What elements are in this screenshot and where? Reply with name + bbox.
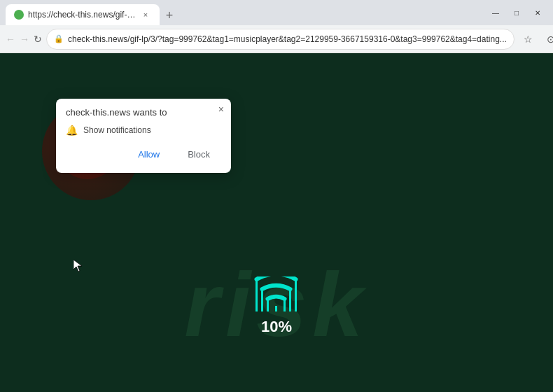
- account-icon[interactable]: ⊙: [541, 29, 553, 49]
- tab-favicon: [14, 10, 24, 20]
- notification-label: Show notifications: [83, 125, 151, 135]
- loading-container: 10%: [254, 276, 300, 336]
- bookmark-star-icon[interactable]: ☆: [519, 29, 538, 49]
- minimize-button[interactable]: —: [486, 3, 505, 22]
- dialog-title: check-this.news wants to: [66, 107, 221, 118]
- browser-tab[interactable]: https://check-this.news/gif-lp/3/ ×: [6, 4, 160, 25]
- forward-button[interactable]: →: [20, 29, 29, 49]
- lock-icon: 🔒: [54, 34, 64, 43]
- maximize-button[interactable]: □: [507, 3, 526, 22]
- window-controls: — □ ✕: [486, 3, 547, 22]
- loading-fan-icon: [254, 276, 300, 315]
- close-button[interactable]: ✕: [528, 3, 547, 22]
- back-button[interactable]: ←: [6, 29, 15, 49]
- svg-marker-7: [74, 260, 82, 272]
- address-bar: ← → ↻ 🔒 check-this.news/gif-lp/3/?tag=99…: [0, 25, 553, 53]
- title-bar: https://check-this.news/gif-lp/3/ × + — …: [0, 0, 553, 25]
- bell-icon: 🔔: [66, 125, 78, 136]
- allow-button[interactable]: Allow: [127, 146, 171, 163]
- tab-title: https://check-this.news/gif-lp/3/: [28, 10, 136, 20]
- back-icon: ←: [6, 34, 15, 45]
- reload-button[interactable]: ↻: [34, 29, 42, 49]
- forward-icon: →: [20, 34, 29, 45]
- browser-window: https://check-this.news/gif-lp/3/ × + — …: [0, 0, 553, 392]
- dialog-buttons: Allow Block: [66, 146, 221, 163]
- new-tab-button[interactable]: +: [160, 6, 179, 25]
- loading-percentage: 10%: [261, 318, 292, 336]
- notification-row: 🔔 Show notifications: [66, 125, 221, 136]
- tab-close-button[interactable]: ×: [140, 9, 151, 20]
- url-bar[interactable]: 🔒 check-this.news/gif-lp/3/?tag=999762&t…: [46, 29, 514, 50]
- url-text: check-this.news/gif-lp/3/?tag=999762&tag…: [68, 34, 507, 44]
- notification-dialog: × check-this.news wants to 🔔 Show notifi…: [56, 99, 231, 173]
- toolbar-icons: ☆ ⊙ ⋮: [519, 29, 553, 49]
- tab-strip: https://check-this.news/gif-lp/3/ × +: [6, 0, 477, 25]
- mouse-cursor: [74, 260, 82, 272]
- dialog-close-button[interactable]: ×: [218, 104, 224, 114]
- page-content: risk: [0, 53, 553, 392]
- reload-icon: ↻: [34, 34, 42, 45]
- block-button[interactable]: Block: [176, 146, 221, 163]
